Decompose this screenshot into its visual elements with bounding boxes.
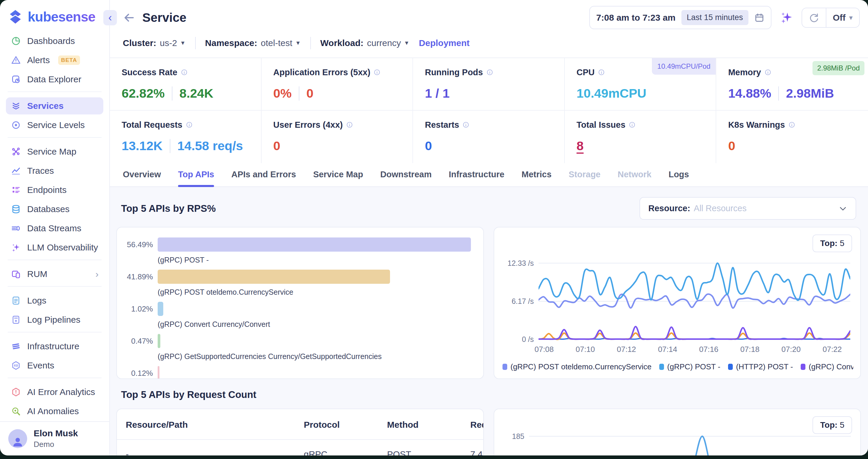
column-header-method: Method — [387, 420, 470, 430]
sidebar-divider — [8, 260, 101, 260]
count-line-chart: 185 — [529, 422, 851, 455]
service-map-icon — [11, 146, 21, 157]
legend-label: (HTTP2) POST - — [736, 362, 793, 371]
calendar-icon[interactable] — [754, 13, 764, 23]
bar[interactable] — [158, 237, 471, 252]
sidebar-item-ai-error-analytics[interactable]: AI Error Analytics — [6, 384, 103, 401]
alerts-icon — [11, 55, 21, 65]
cluster-dropdown[interactable]: Cluster: us-2 ▼ — [123, 38, 186, 48]
bar[interactable] — [158, 270, 390, 284]
data-streams-icon — [11, 223, 21, 234]
info-icon[interactable] — [181, 69, 188, 76]
llm-observability-icon — [11, 242, 21, 253]
info-icon[interactable] — [186, 122, 193, 129]
sidebar-item-dashboards[interactable]: Dashboards — [6, 32, 103, 50]
info-icon[interactable] — [765, 69, 772, 76]
sidebar-item-service-map[interactable]: Service Map — [6, 143, 103, 160]
info-icon[interactable] — [346, 122, 353, 129]
sidebar-collapse-button[interactable]: ‹ — [103, 10, 117, 25]
table-row[interactable]: -gRPCPOST7.41K — [117, 440, 483, 455]
metric-label: Success Rate — [122, 68, 178, 77]
caret-down-icon: ▼ — [180, 40, 186, 46]
sidebar-item-llm-observability[interactable]: LLM Observability — [6, 239, 103, 256]
caret-down-icon: ▼ — [295, 40, 301, 46]
user-profile[interactable]: Elon Musk Demo — [0, 421, 109, 455]
sidebar-item-services[interactable]: Services — [6, 97, 103, 114]
info-icon[interactable] — [598, 69, 605, 76]
back-arrow-icon[interactable] — [123, 11, 135, 24]
info-icon[interactable] — [463, 122, 470, 129]
sidebar-item-databases[interactable]: Databases — [6, 201, 103, 218]
top-n-selector[interactable]: Top: 5 — [812, 416, 852, 434]
sidebar-item-data-explorer[interactable]: Data Explorer — [6, 71, 103, 88]
legend-item-grpc-convert-c[interactable]: (gRPC) Convert C — [801, 362, 853, 371]
tab-infrastructure[interactable]: Infrastructure — [449, 170, 504, 187]
auto-refresh-dropdown[interactable]: Off ▾ — [826, 8, 859, 27]
time-range-picker[interactable]: 7:08 am to 7:23 am Last 15 minutes — [589, 6, 771, 29]
sidebar-item-endpoints[interactable]: Endpoints — [6, 182, 103, 199]
bar[interactable] — [158, 334, 160, 348]
bar-percent-label: 56.49% — [120, 240, 153, 249]
sidebar-item-logs[interactable]: Logs — [6, 292, 103, 309]
sidebar-item-alerts[interactable]: AlertsBETA — [6, 52, 103, 69]
avatar — [8, 429, 27, 448]
x-axis-ticks: 07:0807:1007:1207:1407:1607:1807:2007:22 — [538, 345, 850, 355]
sidebar-item-traces[interactable]: Traces — [6, 162, 103, 179]
bar-caption: (gRPC) Convert Currency/Convert — [158, 320, 471, 329]
legend-item-grpc-post[interactable]: (gRPC) POST - — [659, 362, 720, 371]
resource-dropdown[interactable]: Resource: All Resources — [640, 197, 856, 220]
info-icon[interactable] — [374, 69, 381, 76]
sidebar-item-ai-anomalies[interactable]: AI Anomalies — [6, 403, 103, 420]
sidebar-item-events[interactable]: K8Events — [6, 357, 103, 374]
metric-value[interactable]: 8 — [577, 139, 584, 153]
svg-text:K8: K8 — [14, 364, 18, 367]
bar[interactable] — [158, 302, 163, 316]
legend-swatch — [659, 364, 664, 370]
data-explorer-icon — [11, 74, 21, 85]
tab-logs[interactable]: Logs — [669, 170, 689, 187]
sidebar-item-infrastructure[interactable]: Infrastructure — [6, 338, 103, 355]
time-preset-badge[interactable]: Last 15 minutes — [681, 10, 748, 25]
metric-label: Total Issues — [577, 120, 625, 130]
chart-legend: (gRPC) POST oteldemo.CurrencyService(gRP… — [502, 362, 853, 371]
sidebar-item-rum[interactable]: RUM› — [6, 265, 103, 283]
bar-caption: (gRPC) POST oteldemo.CurrencyService — [158, 288, 471, 296]
sidebar-item-label: Service Levels — [27, 120, 85, 130]
deployment-link[interactable]: Deployment — [419, 38, 470, 48]
bar-caption: (gRPC) GetSupportedCurrencies Currency/G… — [158, 352, 471, 361]
count-section-header: Top 5 APIs by Request Count — [121, 389, 856, 400]
sidebar-item-log-pipelines[interactable]: Log Pipelines — [6, 311, 103, 328]
refresh-button[interactable] — [802, 8, 826, 27]
tab-downstream[interactable]: Downstream — [380, 170, 432, 187]
sidebar-item-label: Data Explorer — [27, 74, 81, 85]
legend-item-grpc-post-oteldemo-currencyservice[interactable]: (gRPC) POST oteldemo.CurrencyService — [502, 362, 652, 371]
metric-label: Total Requests — [122, 120, 182, 130]
app-window: ‹ kubesense DashboardsAlertsBETAData Exp… — [0, 0, 868, 455]
bar[interactable] — [158, 366, 159, 379]
tab-top-apis[interactable]: Top APIs — [178, 170, 214, 187]
tab-service-map[interactable]: Service Map — [313, 170, 363, 187]
rps-section-header: Top 5 APIs by RPS% Resource: All Resourc… — [121, 197, 856, 220]
info-icon[interactable] — [629, 122, 636, 129]
tab-metrics[interactable]: Metrics — [521, 170, 552, 187]
sidebar-divider — [8, 378, 101, 378]
bar-row: 1.02%(gRPC) Convert Currency/Convert — [120, 302, 471, 334]
sidebar-item-service-levels[interactable]: Service Levels — [6, 117, 103, 134]
top-n-selector[interactable]: Top: 5 — [812, 234, 852, 252]
bar-percent-label: 0.12% — [120, 369, 153, 378]
value-divider — [172, 87, 173, 101]
x-axis-tick: 07:14 — [658, 345, 677, 354]
legend-item-http2-post[interactable]: (HTTP2) POST - — [728, 362, 793, 371]
namespace-dropdown[interactable]: Namespace: otel-test ▼ — [205, 38, 301, 48]
tab-apis-and-errors[interactable]: APIs and Errors — [231, 170, 296, 187]
logo-text[interactable]: kubesense — [28, 9, 95, 25]
x-axis-tick: 07:12 — [617, 345, 636, 354]
sidebar-item-data-streams[interactable]: Data Streams — [6, 220, 103, 237]
info-icon[interactable] — [487, 69, 494, 76]
workload-dropdown[interactable]: Workload: currency ▼ — [320, 38, 409, 48]
ai-sparkles-button[interactable] — [780, 11, 793, 25]
resource-value: All Resources — [694, 203, 747, 213]
endpoints-icon — [11, 185, 21, 195]
info-icon[interactable] — [788, 122, 796, 129]
tab-overview[interactable]: Overview — [123, 170, 161, 187]
